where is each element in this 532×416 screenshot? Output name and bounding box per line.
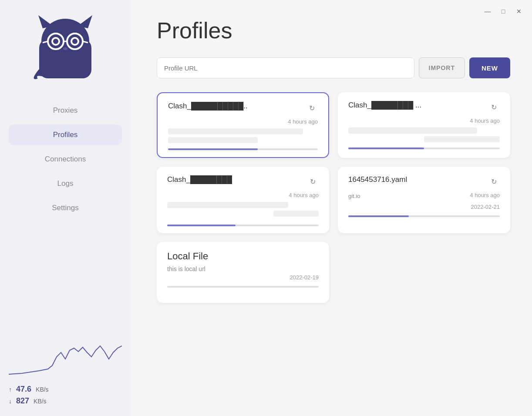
download-arrow-icon: ↓ bbox=[9, 398, 12, 405]
card-progress-bar bbox=[168, 148, 318, 150]
upload-value: 47.6 bbox=[16, 385, 31, 394]
card-local-title: Local File bbox=[167, 251, 319, 262]
svg-point-8 bbox=[53, 39, 58, 44]
refresh-button[interactable]: ↻ bbox=[306, 102, 318, 114]
traffic-chart bbox=[9, 344, 122, 379]
main-content: Profiles IMPORT NEW Clash_██████████.. ↻… bbox=[131, 0, 532, 416]
card-title: Clash_██████████.. bbox=[168, 102, 248, 111]
app-layout: Proxies Profiles Connections Logs Settin… bbox=[0, 0, 532, 416]
profile-url-input[interactable] bbox=[157, 57, 414, 78]
minimize-button[interactable]: — bbox=[481, 5, 494, 17]
card-local-url: this is local url bbox=[167, 265, 319, 272]
sidebar-nav: Proxies Profiles Connections Logs Settin… bbox=[0, 100, 131, 218]
profiles-grid: Clash_██████████.. ↻ 4 hours ago Clash_█… bbox=[157, 92, 510, 303]
refresh-button[interactable]: ↻ bbox=[488, 175, 500, 188]
card-timestamp: 4 hours ago bbox=[470, 117, 500, 124]
card-progress-bar bbox=[348, 215, 500, 217]
card-header: Clash_████████ ... ↻ bbox=[348, 101, 500, 113]
app-logo bbox=[30, 13, 100, 83]
progress-fill bbox=[167, 225, 236, 226]
close-button[interactable]: ✕ bbox=[513, 5, 525, 17]
card-progress-bar bbox=[348, 148, 500, 149]
sidebar-item-proxies[interactable]: Proxies bbox=[9, 100, 122, 121]
blurred-content bbox=[273, 211, 319, 217]
blurred-content bbox=[168, 128, 303, 134]
upload-traffic: ↑ 47.6 KB/s bbox=[9, 385, 122, 394]
card-timestamp: 4 hours ago bbox=[470, 192, 500, 198]
download-traffic: ↓ 827 KB/s bbox=[9, 396, 122, 406]
titlebar: — □ ✕ bbox=[475, 0, 532, 23]
svg-marker-2 bbox=[38, 15, 53, 28]
card-date: 2022-02-19 bbox=[167, 274, 319, 281]
card-progress-bar bbox=[167, 286, 319, 288]
download-value: 827 bbox=[16, 396, 29, 406]
new-button[interactable]: NEW bbox=[469, 57, 510, 78]
card-header: 1645453716.yaml ↻ bbox=[348, 175, 500, 188]
import-bar: IMPORT NEW bbox=[157, 57, 510, 78]
progress-fill bbox=[348, 148, 424, 149]
maximize-button[interactable]: □ bbox=[497, 5, 509, 17]
download-unit: KB/s bbox=[34, 398, 47, 405]
sidebar: Proxies Profiles Connections Logs Settin… bbox=[0, 0, 131, 416]
logo-area bbox=[26, 9, 104, 87]
card-title: 1645453716.yaml bbox=[348, 175, 407, 184]
card-timestamp: 4 hours ago bbox=[289, 192, 319, 198]
svg-point-11 bbox=[63, 47, 67, 50]
blurred-content bbox=[167, 202, 288, 208]
import-button[interactable]: IMPORT bbox=[419, 57, 465, 78]
card-date: 2022-02-21 bbox=[348, 204, 500, 210]
profile-card-local[interactable]: Local File this is local url 2022-02-19 bbox=[157, 242, 329, 303]
progress-fill bbox=[168, 148, 258, 150]
sidebar-item-connections[interactable]: Connections bbox=[9, 149, 122, 170]
card-title: Clash_████████ bbox=[167, 175, 232, 184]
card-header: Clash_██████████.. ↻ bbox=[168, 102, 318, 114]
card-subtitle: git.io bbox=[348, 193, 360, 199]
card-progress-bar bbox=[167, 225, 319, 226]
refresh-button[interactable]: ↻ bbox=[306, 175, 319, 188]
profile-card-clash2[interactable]: Clash_████████ ... ↻ 4 hours ago bbox=[338, 92, 510, 158]
refresh-button[interactable]: ↻ bbox=[488, 101, 500, 113]
blurred-content bbox=[424, 136, 500, 142]
sidebar-item-logs[interactable]: Logs bbox=[9, 173, 122, 194]
svg-point-10 bbox=[72, 39, 77, 44]
blurred-content bbox=[348, 127, 477, 134]
traffic-area: ↑ 47.6 KB/s ↓ 827 KB/s bbox=[0, 337, 131, 416]
profile-card-clash1[interactable]: Clash_██████████.. ↻ 4 hours ago bbox=[157, 92, 329, 158]
sidebar-item-profiles[interactable]: Profiles bbox=[9, 124, 122, 145]
card-header: Clash_████████ ↻ bbox=[167, 175, 319, 188]
upload-unit: KB/s bbox=[36, 386, 49, 393]
upload-arrow-icon: ↑ bbox=[9, 386, 12, 393]
profile-card-clash3[interactable]: Clash_████████ ↻ 4 hours ago bbox=[157, 167, 329, 233]
svg-marker-3 bbox=[77, 15, 92, 28]
card-title: Clash_████████ ... bbox=[348, 101, 421, 110]
progress-fill bbox=[348, 215, 409, 217]
blurred-content bbox=[168, 137, 258, 143]
page-title: Profiles bbox=[157, 17, 510, 44]
sidebar-item-settings[interactable]: Settings bbox=[9, 198, 122, 218]
profile-card-yaml[interactable]: 1645453716.yaml ↻ git.io 4 hours ago 202… bbox=[338, 167, 510, 233]
card-timestamp: 4 hours ago bbox=[288, 118, 318, 125]
